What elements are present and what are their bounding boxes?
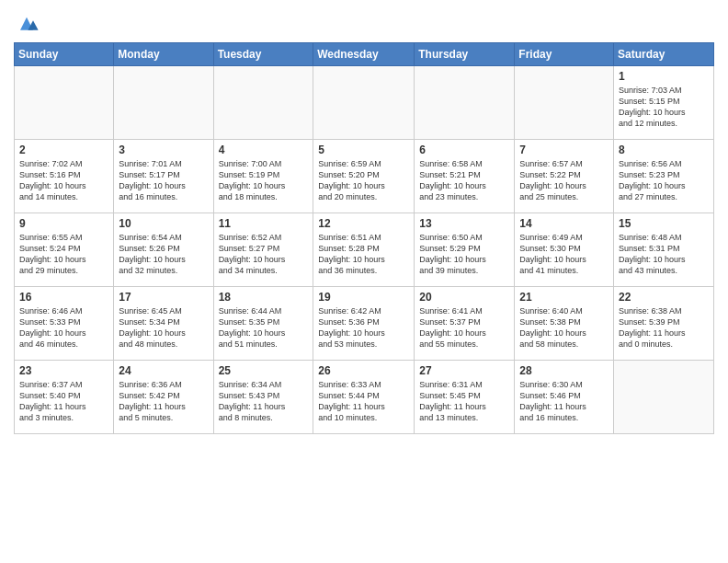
day-number: 25 xyxy=(219,364,309,377)
day-info: Sunrise: 6:58 AM Sunset: 5:21 PM Dayligh… xyxy=(419,158,509,203)
calendar-cell: 5Sunrise: 6:59 AM Sunset: 5:20 PM Daylig… xyxy=(313,140,415,213)
day-info: Sunrise: 6:46 AM Sunset: 5:33 PM Dayligh… xyxy=(19,305,108,350)
weekday-header-tuesday: Tuesday xyxy=(213,43,313,66)
day-number: 17 xyxy=(119,291,208,304)
calendar-cell: 18Sunrise: 6:44 AM Sunset: 5:35 PM Dayli… xyxy=(213,287,313,361)
weekday-header-sunday: Sunday xyxy=(15,43,114,66)
weekday-header-thursday: Thursday xyxy=(415,43,515,66)
day-info: Sunrise: 6:40 AM Sunset: 5:38 PM Dayligh… xyxy=(519,305,609,350)
day-number: 20 xyxy=(419,291,509,304)
day-info: Sunrise: 6:37 AM Sunset: 5:40 PM Dayligh… xyxy=(19,379,108,424)
week-row-2: 9Sunrise: 6:55 AM Sunset: 5:24 PM Daylig… xyxy=(15,213,714,287)
day-number: 2 xyxy=(19,144,108,156)
calendar-cell: 1Sunrise: 7:03 AM Sunset: 5:15 PM Daylig… xyxy=(614,66,714,140)
calendar-cell: 11Sunrise: 6:52 AM Sunset: 5:27 PM Dayli… xyxy=(213,213,313,287)
calendar-cell xyxy=(213,66,313,140)
day-info: Sunrise: 6:42 AM Sunset: 5:36 PM Dayligh… xyxy=(318,305,409,350)
day-info: Sunrise: 6:57 AM Sunset: 5:22 PM Dayligh… xyxy=(519,158,609,203)
calendar-cell: 21Sunrise: 6:40 AM Sunset: 5:38 PM Dayli… xyxy=(515,287,614,361)
day-info: Sunrise: 6:31 AM Sunset: 5:45 PM Dayligh… xyxy=(419,379,509,424)
calendar-cell: 10Sunrise: 6:54 AM Sunset: 5:26 PM Dayli… xyxy=(114,213,213,287)
day-info: Sunrise: 6:59 AM Sunset: 5:20 PM Dayligh… xyxy=(318,158,409,203)
day-number: 10 xyxy=(119,217,208,230)
calendar-cell: 4Sunrise: 7:00 AM Sunset: 5:19 PM Daylig… xyxy=(213,140,313,213)
calendar-cell: 28Sunrise: 6:30 AM Sunset: 5:46 PM Dayli… xyxy=(515,361,614,434)
day-number: 5 xyxy=(318,144,409,156)
calendar-cell: 19Sunrise: 6:42 AM Sunset: 5:36 PM Dayli… xyxy=(313,287,415,361)
calendar-cell: 12Sunrise: 6:51 AM Sunset: 5:28 PM Dayli… xyxy=(313,213,415,287)
day-info: Sunrise: 6:34 AM Sunset: 5:43 PM Dayligh… xyxy=(219,379,309,424)
day-info: Sunrise: 6:48 AM Sunset: 5:31 PM Dayligh… xyxy=(619,232,709,277)
day-info: Sunrise: 6:50 AM Sunset: 5:29 PM Dayligh… xyxy=(419,232,509,277)
day-number: 26 xyxy=(318,364,409,377)
calendar-cell: 15Sunrise: 6:48 AM Sunset: 5:31 PM Dayli… xyxy=(614,213,714,287)
day-info: Sunrise: 6:56 AM Sunset: 5:23 PM Dayligh… xyxy=(619,158,709,203)
calendar-cell: 7Sunrise: 6:57 AM Sunset: 5:22 PM Daylig… xyxy=(515,140,614,213)
day-info: Sunrise: 6:51 AM Sunset: 5:28 PM Dayligh… xyxy=(318,232,409,277)
day-info: Sunrise: 6:44 AM Sunset: 5:35 PM Dayligh… xyxy=(219,305,309,350)
calendar-cell: 20Sunrise: 6:41 AM Sunset: 5:37 PM Dayli… xyxy=(415,287,515,361)
calendar-cell: 23Sunrise: 6:37 AM Sunset: 5:40 PM Dayli… xyxy=(15,361,114,434)
calendar-cell xyxy=(15,66,114,140)
calendar-cell: 26Sunrise: 6:33 AM Sunset: 5:44 PM Dayli… xyxy=(313,361,415,434)
day-number: 3 xyxy=(119,144,208,156)
week-row-1: 2Sunrise: 7:02 AM Sunset: 5:16 PM Daylig… xyxy=(15,140,714,213)
logo xyxy=(14,9,41,35)
calendar-cell: 3Sunrise: 7:01 AM Sunset: 5:17 PM Daylig… xyxy=(114,140,213,213)
day-number: 27 xyxy=(419,364,509,377)
calendar-cell: 22Sunrise: 6:38 AM Sunset: 5:39 PM Dayli… xyxy=(614,287,714,361)
day-number: 16 xyxy=(19,291,108,304)
day-info: Sunrise: 7:00 AM Sunset: 5:19 PM Dayligh… xyxy=(219,158,309,203)
calendar-cell: 9Sunrise: 6:55 AM Sunset: 5:24 PM Daylig… xyxy=(15,213,114,287)
day-number: 1 xyxy=(619,70,709,83)
calendar-cell: 13Sunrise: 6:50 AM Sunset: 5:29 PM Dayli… xyxy=(415,213,515,287)
day-info: Sunrise: 6:49 AM Sunset: 5:30 PM Dayligh… xyxy=(519,232,609,277)
calendar-cell xyxy=(614,361,714,434)
weekday-header-friday: Friday xyxy=(515,43,614,66)
logo-icon xyxy=(14,9,40,35)
weekday-header-saturday: Saturday xyxy=(614,43,714,66)
day-number: 8 xyxy=(619,144,709,156)
day-number: 13 xyxy=(419,217,509,230)
calendar-cell: 2Sunrise: 7:02 AM Sunset: 5:16 PM Daylig… xyxy=(15,140,114,213)
calendar-cell: 25Sunrise: 6:34 AM Sunset: 5:43 PM Dayli… xyxy=(213,361,313,434)
day-info: Sunrise: 6:52 AM Sunset: 5:27 PM Dayligh… xyxy=(219,232,309,277)
day-info: Sunrise: 6:54 AM Sunset: 5:26 PM Dayligh… xyxy=(119,232,208,277)
day-number: 28 xyxy=(519,364,609,377)
calendar-cell xyxy=(415,66,515,140)
day-number: 24 xyxy=(119,364,208,377)
weekday-header-row: SundayMondayTuesdayWednesdayThursdayFrid… xyxy=(15,43,714,66)
day-number: 9 xyxy=(19,217,108,230)
day-number: 18 xyxy=(219,291,309,304)
day-number: 14 xyxy=(519,217,609,230)
weekday-header-wednesday: Wednesday xyxy=(313,43,415,66)
day-info: Sunrise: 6:45 AM Sunset: 5:34 PM Dayligh… xyxy=(119,305,208,350)
calendar-cell xyxy=(515,66,614,140)
day-number: 22 xyxy=(619,291,709,304)
day-number: 21 xyxy=(519,291,609,304)
day-info: Sunrise: 6:55 AM Sunset: 5:24 PM Dayligh… xyxy=(19,232,108,277)
calendar-cell: 27Sunrise: 6:31 AM Sunset: 5:45 PM Dayli… xyxy=(415,361,515,434)
weekday-header-monday: Monday xyxy=(114,43,213,66)
day-info: Sunrise: 6:36 AM Sunset: 5:42 PM Dayligh… xyxy=(119,379,208,424)
day-info: Sunrise: 7:03 AM Sunset: 5:15 PM Dayligh… xyxy=(619,85,709,130)
day-info: Sunrise: 6:38 AM Sunset: 5:39 PM Dayligh… xyxy=(619,305,709,350)
day-number: 6 xyxy=(419,144,509,156)
day-number: 19 xyxy=(318,291,409,304)
calendar-cell: 6Sunrise: 6:58 AM Sunset: 5:21 PM Daylig… xyxy=(415,140,515,213)
day-info: Sunrise: 6:41 AM Sunset: 5:37 PM Dayligh… xyxy=(419,305,509,350)
calendar-cell: 24Sunrise: 6:36 AM Sunset: 5:42 PM Dayli… xyxy=(114,361,213,434)
week-row-3: 16Sunrise: 6:46 AM Sunset: 5:33 PM Dayli… xyxy=(15,287,714,361)
day-number: 15 xyxy=(619,217,709,230)
day-info: Sunrise: 7:02 AM Sunset: 5:16 PM Dayligh… xyxy=(19,158,108,203)
day-number: 23 xyxy=(19,364,108,377)
day-info: Sunrise: 6:33 AM Sunset: 5:44 PM Dayligh… xyxy=(318,379,409,424)
day-number: 11 xyxy=(219,217,309,230)
day-info: Sunrise: 7:01 AM Sunset: 5:17 PM Dayligh… xyxy=(119,158,208,203)
week-row-0: 1Sunrise: 7:03 AM Sunset: 5:15 PM Daylig… xyxy=(15,66,714,140)
day-number: 7 xyxy=(519,144,609,156)
calendar: SundayMondayTuesdayWednesdayThursdayFrid… xyxy=(14,42,714,434)
header xyxy=(14,9,714,35)
calendar-cell: 14Sunrise: 6:49 AM Sunset: 5:30 PM Dayli… xyxy=(515,213,614,287)
calendar-cell xyxy=(114,66,213,140)
